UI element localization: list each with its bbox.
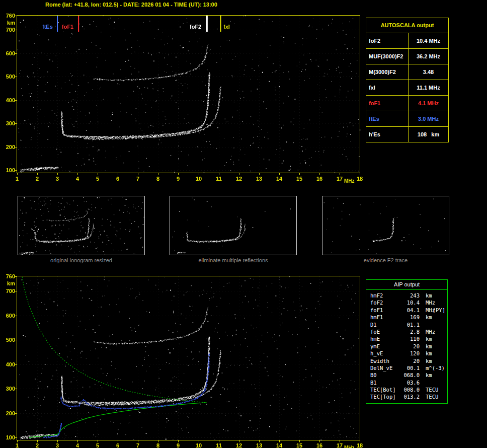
x-tick-label: 15 [295, 442, 304, 448]
aip-parameter-unit: km [420, 371, 447, 379]
aip-parameter-unit: MHz [420, 299, 447, 306]
y-tick-label: 500 [2, 337, 15, 343]
y-tick-label: 100 [2, 167, 15, 173]
x-axis-unit-label: MHz [344, 178, 355, 184]
station-datetime-title: Rome (lat: +41.8, lon: 012.5) - DATE: 20… [45, 2, 217, 8]
aip-parameter-value: 169 [396, 314, 420, 321]
aip-table-row: D1 01.1 [366, 321, 447, 328]
x-tick-label: 11 [214, 442, 223, 448]
x-tick-label: 17 [335, 176, 344, 182]
y-tick-label: 760 [2, 273, 15, 279]
x-tick-label: 12 [234, 176, 244, 182]
x-tick-label: 1 [13, 176, 22, 182]
aip-table-rows: hmF2 243 km foF2 10.4 MHz foF1 04.1 MHz … [366, 290, 447, 403]
aip-parameter-value: 03.6 [396, 379, 420, 386]
y-tick-label: 300 [2, 120, 15, 126]
aip-parameter-value: 243 [396, 292, 420, 299]
x-tick-label: 5 [93, 176, 102, 182]
autoscala-table-row: h'Es 108 km [366, 127, 448, 142]
aip-parameter-value: 04.1 [396, 307, 420, 314]
aip-parameter-unit: MHz [420, 328, 447, 335]
y-tick-label: 200 [2, 410, 15, 416]
aip-table-row: TEC[Top] 013.2 TECU [366, 393, 447, 400]
x-tick-label: 18 [355, 176, 364, 182]
parameter-value: 4.1 MHz [409, 96, 448, 111]
x-axis-unit-label: MHz [344, 445, 355, 448]
aip-parameter-name: hmF2 [366, 292, 396, 299]
parameter-label: foF2 [366, 33, 409, 48]
x-tick-label: 17 [335, 442, 344, 448]
aip-table-row: foF1 04.1 MHz [PY] [366, 307, 447, 314]
aip-parameter-name: hmF1 [366, 314, 396, 321]
aip-output-table: AIP output hmF2 243 km foF2 10.4 MHz foF… [366, 279, 448, 404]
aip-table-title: AIP output [366, 280, 447, 290]
panel-caption-f2: evidence F2 trace [322, 257, 449, 263]
parameter-label: foF1 [366, 96, 409, 111]
aip-parameter-value: 2.8 [396, 328, 420, 335]
aip-parameter-name: h_vE [366, 350, 396, 357]
x-tick-label: 12 [234, 442, 244, 448]
x-tick-label: 3 [53, 442, 62, 448]
autoscala-app-window: Rome (lat: +41.8, lon: 012.5) - DATE: 20… [0, 0, 487, 448]
aip-table-row: DelN_vE 00.1 m^(-3) [366, 364, 447, 371]
parameter-value: 3.0 MHz [409, 111, 448, 126]
aip-parameter-unit: km [420, 292, 447, 299]
aip-parameter-unit: km [420, 343, 447, 350]
x-tick-label: 2 [33, 176, 42, 182]
parameter-label: h'Es [366, 127, 409, 142]
aip-parameter-unit [420, 321, 447, 328]
mini-ionogram-cleaned [170, 196, 296, 255]
aip-parameter-name: D1 [366, 321, 396, 328]
mini-ionogram-original [18, 196, 144, 255]
parameter-value: 36.2 MHz [409, 49, 448, 64]
aip-parameter-name: foF1 [366, 307, 396, 314]
aip-table-row: hmF1 169 km [366, 314, 447, 321]
aip-parameter-unit: TECU [420, 393, 447, 400]
x-tick-label: 7 [133, 176, 142, 182]
y-tick-label: 600 [2, 313, 15, 319]
x-tick-label: 6 [113, 176, 122, 182]
ionogram-plot-top [13, 15, 361, 177]
x-tick-label: 8 [153, 442, 163, 448]
aip-table-row: hmF2 243 km [366, 292, 447, 299]
x-tick-label: 15 [295, 176, 304, 182]
x-tick-label: 9 [174, 176, 183, 182]
panel-evidence-f2 [322, 196, 449, 255]
y-axis-unit-label: km [2, 20, 15, 26]
autoscala-output-table: AUTOSCALA output foF2 10.4 MHz MUF(3000)… [366, 18, 449, 142]
aip-parameter-value: 068.0 [396, 371, 420, 379]
aip-parameter-unit: m^(-3) [420, 364, 447, 371]
aip-parameter-name: ymE [366, 343, 396, 350]
marker-label-foF2: foF2 [190, 24, 201, 30]
autoscala-table-row: ftEs 3.0 MHz [366, 111, 448, 127]
mini-ionogram-f2 [322, 196, 449, 255]
ionogram-plot-bottom [13, 275, 361, 443]
x-tick-label: 6 [113, 442, 122, 448]
x-tick-label: 16 [315, 442, 324, 448]
aip-parameter-name: Ewidth [366, 357, 396, 364]
x-tick-label: 9 [174, 442, 183, 448]
x-tick-label: 14 [275, 176, 284, 182]
x-tick-label: 1 [13, 442, 22, 448]
y-tick-label: 400 [2, 97, 15, 103]
x-tick-label: 4 [73, 176, 82, 182]
marker-label-fxI: fxI [223, 24, 230, 30]
x-tick-label: 18 [355, 442, 364, 448]
parameter-label: fxI [366, 80, 409, 95]
x-tick-label: 5 [93, 442, 102, 448]
aip-table-row: TEC[Bot] 008.0 TECU [366, 386, 447, 393]
y-tick-label: 200 [2, 144, 15, 150]
aip-parameter-name: TEC[Bot] [366, 386, 396, 393]
aip-parameter-unit: km [420, 350, 447, 357]
x-tick-label: 13 [255, 176, 264, 182]
aip-table-row: B0 068.0 km [366, 371, 447, 379]
parameter-label: M(3000)F2 [366, 64, 409, 80]
autoscala-table-row: fxI 11.1 MHz [366, 80, 448, 96]
y-tick-label: 760 [2, 13, 15, 19]
y-tick-label: 100 [2, 434, 15, 440]
aip-table-row: foF2 10.4 MHz [366, 299, 447, 306]
panel-original-ionogram [18, 196, 145, 255]
autoscala-table-row: foF1 4.1 MHz [366, 96, 448, 111]
aip-parameter-value: 110 [396, 335, 420, 342]
parameter-label: ftEs [366, 111, 409, 126]
